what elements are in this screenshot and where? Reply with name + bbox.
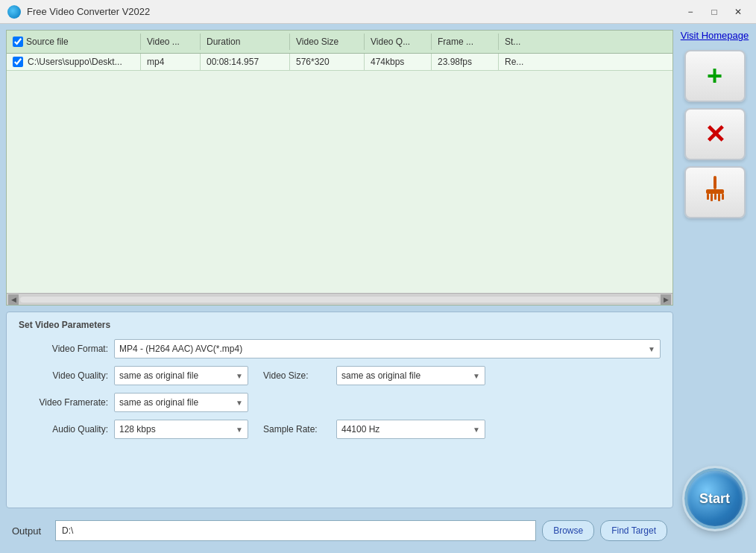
main-container: Source file Video ... Duration Video Siz… [0, 24, 756, 553]
col-header-source: Source file [7, 34, 141, 50]
chevron-down-icon: ▼ [236, 426, 243, 434]
maximize-button[interactable]: □ [704, 4, 725, 20]
col-header-frame-rate: Frame ... [432, 34, 499, 50]
row-checkbox[interactable] [13, 57, 23, 67]
clean-icon [700, 174, 730, 210]
audio-quality-select[interactable]: 128 kbps ▼ [114, 420, 248, 439]
remove-file-button[interactable]: ✕ [684, 108, 746, 160]
plus-icon: + [707, 63, 722, 89]
right-sidebar: Visit Homepage + ✕ [679, 30, 750, 547]
start-button[interactable]: Start [684, 468, 746, 529]
video-format-label: Video Format: [19, 344, 108, 354]
cell-status: Re... [499, 54, 544, 70]
video-quality-select[interactable]: same as original file ▼ [114, 366, 248, 385]
col-header-video-size: Video Size [290, 34, 365, 50]
minimize-button[interactable]: − [680, 4, 701, 20]
svg-rect-4 [714, 194, 716, 200]
svg-rect-5 [718, 194, 720, 201]
visit-homepage-link[interactable]: Visit Homepage [681, 30, 749, 41]
start-button-container: Start [684, 468, 746, 529]
video-format-select[interactable]: MP4 - (H264 AAC) AVC(*.mp4) ▼ [114, 339, 661, 358]
svg-rect-3 [711, 194, 713, 201]
app-icon [7, 5, 21, 19]
video-size-label: Video Size: [263, 370, 330, 381]
video-quality-row: Video Quality: same as original file ▼ V… [19, 366, 661, 385]
video-framerate-select[interactable]: same as original file ▼ [114, 393, 248, 412]
audio-quality-label: Audio Quality: [19, 424, 108, 434]
cell-duration: 00:08:14.957 [201, 54, 290, 70]
clean-button[interactable] [684, 166, 746, 218]
table-row[interactable]: C:\Users\suppo\Deskt... mp4 00:08:14.957… [7, 54, 672, 71]
params-title: Set Video Parameters [19, 320, 661, 330]
cell-video-quality: 474kbps [365, 54, 432, 70]
params-panel: Set Video Parameters Video Format: MP4 -… [6, 312, 673, 508]
col-header-video-quality: Video Q... [365, 34, 432, 50]
file-table-body: C:\Users\suppo\Deskt... mp4 00:08:14.957… [7, 54, 672, 293]
title-bar: Free Video Converter V2022 − □ ✕ [0, 0, 756, 24]
chevron-down-icon: ▼ [473, 426, 480, 434]
close-button[interactable]: ✕ [728, 4, 749, 20]
svg-rect-2 [707, 194, 709, 200]
window-title: Free Video Converter V2022 [27, 6, 680, 17]
cell-source[interactable]: C:\Users\suppo\Deskt... [7, 54, 141, 70]
scroll-right-arrow[interactable]: ▶ [661, 294, 671, 305]
chevron-down-icon: ▼ [648, 345, 655, 353]
sample-rate-select[interactable]: 44100 Hz ▼ [336, 420, 485, 439]
scroll-left-arrow[interactable]: ◀ [8, 294, 19, 305]
video-quality-label: Video Quality: [19, 370, 108, 381]
browse-button[interactable]: Browse [542, 520, 594, 541]
output-label: Output [12, 525, 49, 537]
add-file-button[interactable]: + [684, 50, 746, 102]
cell-frame-rate: 23.98fps [432, 54, 499, 70]
window-controls: − □ ✕ [680, 4, 749, 20]
select-all-checkbox[interactable] [13, 37, 23, 47]
find-target-button[interactable]: Find Target [600, 520, 667, 541]
video-size-select[interactable]: same as original file ▼ [336, 366, 485, 385]
cell-video-size: 576*320 [290, 54, 365, 70]
video-framerate-label: Video Framerate: [19, 397, 108, 408]
output-row: Output Browse Find Target [6, 514, 673, 547]
cell-video-format: mp4 [141, 54, 201, 70]
chevron-down-icon: ▼ [473, 372, 480, 380]
video-framerate-row: Video Framerate: same as original file ▼ [19, 393, 661, 412]
sample-rate-label: Sample Rate: [263, 424, 330, 434]
svg-rect-1 [706, 189, 724, 194]
remove-icon: ✕ [705, 119, 725, 149]
col-header-video-format: Video ... [141, 34, 201, 50]
output-path-input[interactable] [55, 520, 536, 541]
horizontal-scrollbar[interactable]: ◀ ▶ [7, 293, 672, 305]
col-header-duration: Duration [201, 34, 290, 50]
left-panel: Source file Video ... Duration Video Siz… [6, 30, 673, 547]
svg-rect-0 [714, 176, 716, 189]
scroll-track[interactable] [20, 297, 659, 303]
chevron-down-icon: ▼ [236, 372, 243, 380]
file-table-header: Source file Video ... Duration Video Siz… [7, 31, 672, 54]
audio-quality-row: Audio Quality: 128 kbps ▼ Sample Rate: 4… [19, 420, 661, 439]
chevron-down-icon: ▼ [236, 399, 243, 407]
video-format-row: Video Format: MP4 - (H264 AAC) AVC(*.mp4… [19, 339, 661, 358]
file-table-container: Source file Video ... Duration Video Siz… [6, 30, 673, 306]
col-header-status: St... [499, 34, 544, 50]
svg-rect-6 [722, 194, 724, 200]
